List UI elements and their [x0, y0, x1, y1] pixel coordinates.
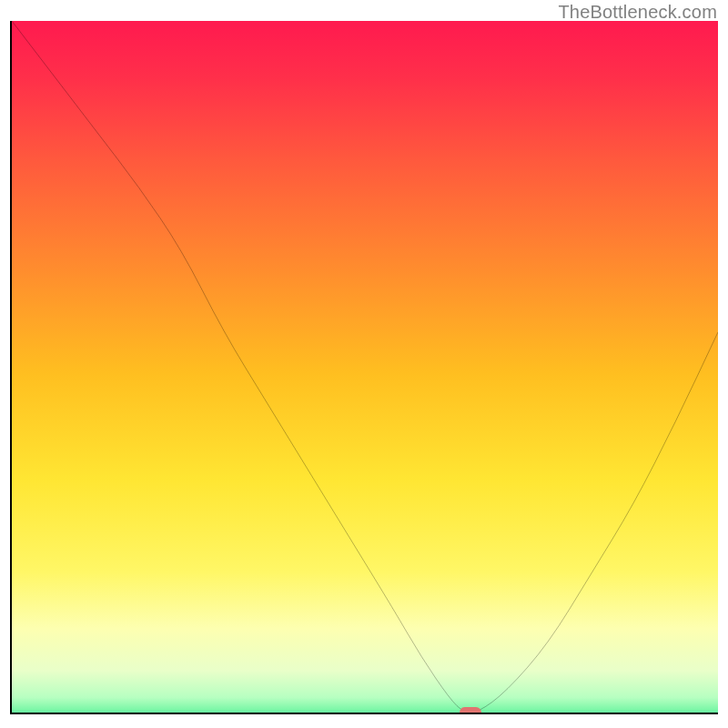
bottleneck-curve — [12, 21, 718, 713]
optimum-marker — [460, 707, 481, 714]
watermark-text: TheBottleneck.com — [558, 2, 717, 23]
chart-frame: TheBottleneck.com — [0, 0, 728, 728]
plot-area — [10, 21, 718, 714]
